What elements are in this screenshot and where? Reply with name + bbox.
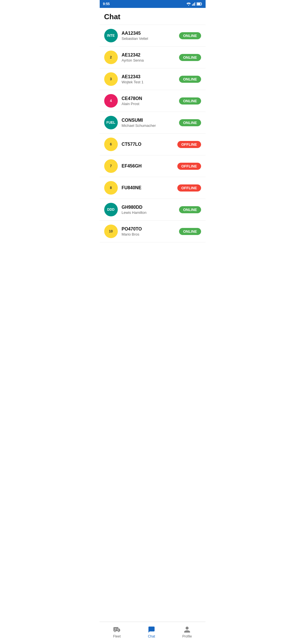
chat-info: AA12345 Sebastian Vettel (122, 31, 175, 41)
chat-item[interactable]: FUEL CONSUMI Michael Schumacher ONLINE (100, 112, 206, 134)
nav-profile-label: Profile (182, 634, 192, 638)
chat-name: Ayrton Senna (122, 58, 175, 62)
chat-info: CONSUMI Michael Schumacher (122, 118, 175, 128)
chat-id: EF456GH (122, 164, 173, 169)
chat-id: CT577LO (122, 142, 173, 147)
nav-fleet[interactable]: Fleet (108, 625, 127, 639)
wifi-icon (186, 2, 191, 6)
svg-rect-6 (197, 3, 200, 5)
chat-id: AA12345 (122, 31, 175, 36)
nav-chat[interactable]: Chat (142, 625, 161, 639)
truck-icon (113, 626, 121, 633)
status-badge: OFFLINE (177, 184, 201, 192)
nav-profile[interactable]: Profile (177, 625, 197, 639)
chat-id: AE12343 (122, 74, 175, 79)
battery-icon (197, 2, 202, 6)
chat-id: GH980DD (122, 205, 175, 210)
status-badge: ONLINE (179, 97, 201, 105)
chat-item[interactable]: 10 PO470TO Mario Bros ONLINE (100, 221, 206, 242)
chat-info: CE478ON Alain Prost (122, 96, 175, 106)
chat-item[interactable]: 2 AE12342 Ayrton Senna ONLINE (100, 47, 206, 68)
avatar: INTE (104, 29, 118, 42)
status-badge: ONLINE (179, 206, 201, 213)
chat-info: AE12342 Ayrton Senna (122, 53, 175, 62)
chat-id: CE478ON (122, 96, 175, 101)
avatar: 2 (104, 51, 118, 64)
chat-id: PO470TO (122, 227, 175, 232)
bottom-nav: Fleet Chat Profile (100, 622, 206, 644)
nav-fleet-label: Fleet (113, 634, 121, 638)
svg-point-0 (188, 5, 189, 6)
status-badge: OFFLINE (177, 163, 201, 170)
chat-name: Michael Schumacher (122, 123, 175, 128)
avatar: 10 (104, 225, 118, 238)
chat-name: Alain Prost (122, 102, 175, 106)
avatar: 8 (104, 181, 118, 195)
chat-item[interactable]: 7 EF456GH OFFLINE (100, 155, 206, 177)
status-time: 9:55 (103, 2, 110, 6)
chat-id: FU840NE (122, 185, 173, 190)
chat-id: CONSUMI (122, 118, 175, 123)
svg-rect-4 (195, 2, 195, 6)
avatar: 4 (104, 94, 118, 108)
chat-icon (148, 626, 155, 633)
chat-id: AE12342 (122, 53, 175, 58)
avatar: DDD (104, 203, 118, 216)
chat-name: Wojtek Test 1 (122, 80, 175, 84)
chat-info: GH980DD Lewis Hamilton (122, 205, 175, 215)
status-bar-right (186, 2, 202, 6)
status-badge: ONLINE (179, 32, 201, 39)
chat-name: Sebastian Vettel (122, 36, 175, 41)
status-badge: ONLINE (179, 54, 201, 61)
chat-item[interactable]: INTE AA12345 Sebastian Vettel ONLINE (100, 25, 206, 47)
person-icon (183, 626, 191, 633)
chat-item[interactable]: 4 CE478ON Alain Prost ONLINE (100, 90, 206, 112)
avatar: 3 (104, 72, 118, 86)
chat-item[interactable]: DDD GH980DD Lewis Hamilton ONLINE (100, 199, 206, 221)
signal-icon (192, 2, 195, 6)
avatar: 7 (104, 159, 118, 173)
chat-item[interactable]: 3 AE12343 Wojtek Test 1 ONLINE (100, 68, 206, 90)
svg-rect-3 (194, 3, 194, 6)
chat-info: FU840NE (122, 185, 173, 190)
svg-rect-1 (192, 5, 193, 6)
svg-rect-2 (193, 4, 193, 6)
chat-info: EF456GH (122, 164, 173, 169)
nav-chat-label: Chat (148, 634, 155, 638)
status-bar-left: 9:55 (103, 2, 110, 6)
chat-list: INTE AA12345 Sebastian Vettel ONLINE 2 A… (100, 25, 206, 242)
chat-name: Lewis Hamilton (122, 210, 175, 215)
status-badge: OFFLINE (177, 141, 201, 148)
avatar: 6 (104, 138, 118, 151)
chat-name: Mario Bros (122, 232, 175, 236)
avatar: FUEL (104, 116, 118, 129)
status-badge: ONLINE (179, 228, 201, 235)
status-bar: 9:55 (100, 0, 206, 8)
chat-info: PO470TO Mario Bros (122, 227, 175, 236)
status-badge: ONLINE (179, 76, 201, 83)
chat-info: CT577LO (122, 142, 173, 147)
chat-info: AE12343 Wojtek Test 1 (122, 74, 175, 84)
status-badge: ONLINE (179, 119, 201, 126)
chat-item[interactable]: 6 CT577LO OFFLINE (100, 134, 206, 155)
page-title: Chat (100, 8, 206, 25)
chat-item[interactable]: 8 FU840NE OFFLINE (100, 177, 206, 199)
